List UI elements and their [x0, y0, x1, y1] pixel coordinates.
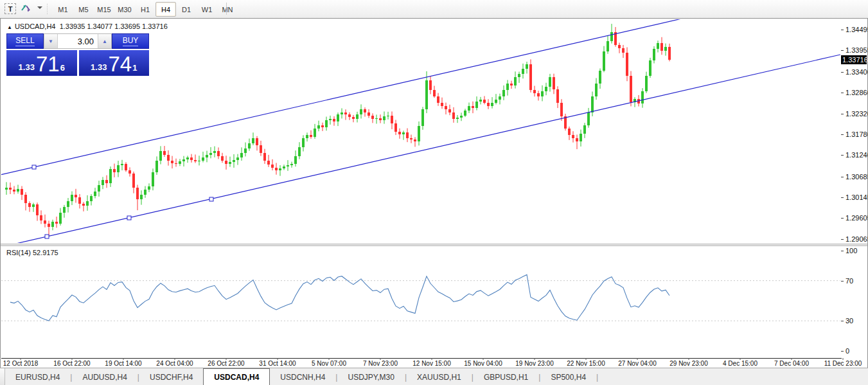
sell-price-display[interactable]: 1.33 71 6 [6, 50, 77, 76]
volume-up-button[interactable]: ▲ [98, 34, 111, 48]
channel-handle[interactable] [45, 235, 49, 238]
timeframe-button-h4[interactable]: H4 [155, 2, 176, 17]
rsi-label: RSI(14) 52.9175 [6, 249, 58, 256]
arrows-icon [19, 2, 32, 13]
rsi-axis-label: 0 [846, 347, 849, 355]
time-axis-label: 7 Nov 23:00 [363, 360, 398, 367]
price-tick [841, 50, 844, 51]
price-tick [841, 93, 844, 93]
one-click-trading-panel: SELL ▼ 3.00 ▲ BUY 1.33 71 6 [6, 33, 149, 75]
rsi-indicator-pane[interactable]: RSI(14) 52.9175 [1, 246, 842, 359]
timeframe-button-m15[interactable]: M15 [94, 2, 114, 17]
chart-window: ▲USDCAD,H4 1.33935 1.34077 1.33695 1.337… [0, 18, 868, 369]
price-axis-label: 1.31240 [846, 151, 868, 159]
timeframe-button-d1[interactable]: D1 [176, 2, 197, 17]
price-tick [841, 134, 844, 135]
rsi-axis-label: 70 [846, 277, 853, 285]
time-axis-label: 27 Nov 04:00 [618, 360, 657, 367]
price-axis-label: 1.29065 [846, 235, 868, 243]
price-chart-pane[interactable]: ▲USDCAD,H4 1.33935 1.34077 1.33695 1.337… [1, 19, 842, 244]
price-axis-label: 1.34495 [846, 26, 868, 33]
chart-tab-usdcad[interactable]: USDCAD,H4 [203, 368, 270, 385]
price-axis-label: 1.33400 [846, 68, 868, 76]
chart-tab-xauusd[interactable]: XAUUSD,H1 [407, 368, 472, 385]
current-price-badge: 1.33716 [841, 55, 867, 64]
rsi-tick [841, 281, 844, 282]
buy-button[interactable]: BUY [112, 33, 149, 49]
timeframe-button-m1[interactable]: M1 [53, 2, 73, 17]
toolbar: T M1M5M15M30H1H4D1W1MN [0, 0, 868, 19]
time-axis-label: 29 Nov 23:00 [669, 360, 708, 367]
sell-price-big: 71 [36, 55, 60, 74]
price-axis[interactable]: 1.344951.339551.334001.328601.323201.317… [841, 19, 867, 244]
channel-handle[interactable] [32, 165, 36, 169]
channel-handle[interactable] [209, 197, 213, 201]
chart-tab-bar: EURUSD,H4|AUDUSD,H4|USDCHF,H4USDCAD,H4US… [0, 368, 868, 385]
price-axis-label: 1.32320 [846, 110, 868, 118]
rsi-tick [841, 251, 844, 251]
price-tick [841, 239, 844, 240]
price-tick [841, 114, 844, 114]
price-tick [841, 177, 844, 177]
price-tick [841, 218, 844, 219]
rsi-axis[interactable]: 10070300 [841, 246, 867, 358]
price-axis-label: 1.31780 [846, 130, 868, 138]
rsi-axis-label: 30 [846, 317, 853, 325]
channel-handle[interactable] [127, 216, 131, 220]
time-axis-label: 22 Nov 15:00 [567, 360, 605, 367]
timeframe-toolbar: M1M5M15M30H1H4D1W1MN [53, 2, 238, 15]
buy-price-sup: 1 [132, 63, 137, 73]
arrows-tool-button[interactable] [19, 2, 36, 15]
rsi-canvas[interactable] [1, 246, 840, 357]
chart-tab-gbpusd[interactable]: GBPUSD,H1 [474, 368, 538, 385]
buy-price-big: 74 [108, 55, 132, 74]
price-tick [841, 72, 844, 73]
sell-price-small: 1.33 [19, 62, 35, 72]
text-tool-icon: T [4, 3, 16, 14]
volume-input[interactable]: 3.00 [57, 34, 98, 48]
time-axis[interactable]: 12 Oct 201816 Oct 22:0019 Oct 14:0024 Oc… [1, 359, 867, 368]
symbol-marker-icon: ▲ [7, 24, 12, 30]
price-tick [841, 197, 844, 198]
time-axis-label: 5 Nov 07:00 [312, 360, 346, 367]
chart-tab-usdcnh[interactable]: USDCNH,H4 [270, 368, 335, 385]
rsi-tick [841, 321, 844, 321]
toolbar-grip[interactable] [46, 3, 49, 15]
price-axis-label: 1.32860 [846, 89, 868, 96]
time-axis-label: 7 Dec 04:00 [774, 360, 809, 367]
chart-tab-sp500[interactable]: SP500,H4 [540, 368, 596, 385]
price-axis-label: 1.30685 [846, 173, 868, 181]
sell-price-sup: 6 [60, 63, 65, 73]
price-tick [841, 155, 844, 156]
volume-down-button[interactable]: ▼ [44, 34, 57, 48]
timeframe-button-h1[interactable]: H1 [135, 2, 155, 17]
timeframe-button-w1[interactable]: W1 [197, 2, 217, 17]
time-axis-label: 16 Oct 22:00 [53, 360, 90, 367]
price-axis-label: 1.29605 [846, 214, 868, 222]
chart-tab-usdchf[interactable]: USDCHF,H4 [139, 368, 203, 385]
arrows-dropdown-caret[interactable] [37, 6, 42, 9]
chart-ohlc-values: 1.33935 1.34077 1.33695 1.33716 [60, 22, 168, 30]
sell-button[interactable]: SELL [6, 33, 44, 49]
tab-separator: | [596, 368, 598, 385]
timeframe-button-m30[interactable]: M30 [114, 2, 135, 17]
text-tool-button[interactable]: T [3, 2, 18, 15]
buy-price-display[interactable]: 1.33 74 1 [79, 50, 150, 76]
time-axis-label: 19 Oct 14:00 [105, 360, 141, 367]
buy-price-small: 1.33 [91, 62, 107, 72]
chart-tab-eurusd[interactable]: EURUSD,H4 [5, 368, 70, 385]
chart-tab-audusd[interactable]: AUDUSD,H4 [72, 368, 137, 385]
price-axis-label: 1.30145 [846, 193, 868, 201]
tab-bar-edge[interactable] [0, 368, 5, 385]
time-axis-label: 24 Oct 04:00 [156, 360, 193, 367]
chart-tab-usdjpy[interactable]: USDJPY,M30 [337, 368, 404, 385]
chart-symbol-period: USDCAD,H4 [15, 22, 56, 30]
timeframe-button-m5[interactable]: M5 [73, 2, 94, 17]
price-tick [841, 30, 844, 30]
time-axis-label: 15 Nov 04:00 [464, 360, 502, 367]
timeframe-button-mn[interactable]: MN [217, 2, 238, 17]
rsi-line [10, 274, 669, 321]
toolbar-separator [226, 3, 227, 15]
time-axis-label: 31 Oct 14:00 [259, 360, 296, 367]
time-axis-label: 11 Dec 23:00 [824, 360, 862, 367]
